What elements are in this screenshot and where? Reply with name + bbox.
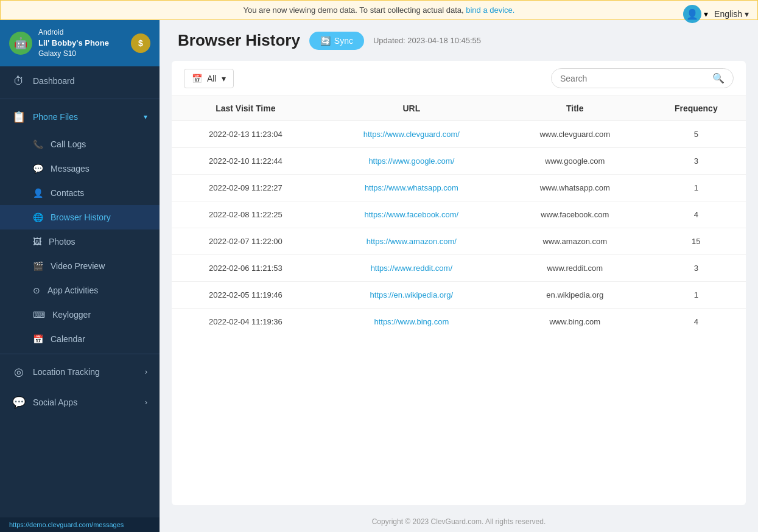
logo-coin: $ (131, 33, 150, 53)
browser-history-icon: 🌐 (33, 212, 43, 222)
location-tracking-arrow: › (145, 368, 147, 376)
sidebar-item-browser-history[interactable]: 🌐 Browser History (0, 205, 160, 229)
sidebar-sub-label: Photos (49, 237, 75, 247)
footer-text: Copyright © 2023 ClevGuard.com. All righ… (372, 517, 546, 526)
sidebar-item-location-tracking[interactable]: ◎ Location Tracking › (0, 357, 160, 387)
location-tracking-icon: ◎ (12, 365, 26, 379)
cell-frequency: 3 (647, 148, 746, 175)
search-input[interactable] (560, 74, 707, 83)
content-footer: Copyright © 2023 ClevGuard.com. All righ… (160, 511, 758, 532)
banner-text: You are now viewing demo data. To start … (244, 5, 464, 15)
sidebar-item-dashboard[interactable]: ⏱ Dashboard (0, 66, 160, 96)
col-header-url: URL (320, 96, 504, 121)
sync-label: Sync (334, 36, 353, 46)
sidebar-item-social-apps[interactable]: 💬 Social Apps › (0, 387, 160, 418)
search-box: 🔍 (551, 68, 734, 88)
cell-title: www.whatsapp.com (504, 175, 647, 201)
sidebar-item-phone-files[interactable]: 📋 Phone Files ▾ (0, 102, 160, 132)
sidebar-item-contacts[interactable]: 👤 Contacts (0, 181, 160, 205)
phone-files-icon: 📋 (12, 110, 26, 124)
table-row: 2022-02-13 11:23:04https://www.clevguard… (172, 121, 746, 148)
cell-title: www.reddit.com (504, 255, 647, 282)
cell-title: www.clevguard.com (504, 121, 647, 148)
content-header: Browser History 🔄 Sync Updated: 2023-04-… (160, 20, 758, 61)
cell-frequency: 1 (647, 175, 746, 201)
sidebar-sub-label: Video Preview (51, 261, 105, 271)
cell-time: 2022-02-04 11:19:36 (172, 309, 320, 335)
sidebar-item-call-logs[interactable]: 📞 Call Logs (0, 132, 160, 156)
cell-time: 2022-02-07 11:22:00 (172, 228, 320, 255)
sidebar-item-calendar[interactable]: 📅 Calendar (0, 327, 160, 351)
cell-frequency: 15 (647, 228, 746, 255)
cell-title: www.amazon.com (504, 228, 647, 255)
filter-dropdown[interactable]: 📅 All ▾ (184, 69, 234, 88)
cell-frequency: 3 (647, 255, 746, 282)
cell-url[interactable]: https://en.wikipedia.org/ (320, 282, 504, 309)
social-apps-icon: 💬 (12, 396, 26, 409)
sidebar-item-photos[interactable]: 🖼 Photos (0, 229, 160, 254)
bind-device-link[interactable]: bind a device. (466, 5, 514, 15)
keylogger-icon: ⌨ (33, 310, 45, 320)
sidebar-sub-label: Keylogger (52, 310, 91, 320)
sidebar-item-label: Dashboard (33, 76, 75, 86)
table-row: 2022-02-08 11:22:25https://www.facebook.… (172, 201, 746, 228)
demo-banner: You are now viewing demo data. To start … (0, 0, 758, 20)
cell-frequency: 4 (647, 309, 746, 335)
cell-frequency: 5 (647, 121, 746, 148)
dashboard-icon: ⏱ (12, 75, 26, 88)
table-body: 2022-02-13 11:23:04https://www.clevguard… (172, 121, 746, 335)
divider-2 (0, 354, 160, 354)
filter-calendar-icon: 📅 (192, 74, 202, 83)
divider-1 (0, 99, 160, 99)
sidebar-item-label: Location Tracking (33, 367, 100, 377)
logo-device-model: Galaxy S10 (38, 49, 109, 59)
photos-icon: 🖼 (33, 237, 41, 247)
sync-icon: 🔄 (320, 36, 331, 46)
sync-button[interactable]: 🔄 Sync (309, 32, 364, 50)
phone-files-arrow: ▾ (144, 113, 147, 121)
cell-url[interactable]: https://www.bing.com (320, 309, 504, 335)
filter-bar: 📅 All ▾ 🔍 (172, 61, 746, 96)
social-apps-arrow: › (145, 398, 147, 407)
cell-url[interactable]: https://www.amazon.com/ (320, 228, 504, 255)
call-logs-icon: 📞 (33, 139, 43, 149)
table-row: 2022-02-07 11:22:00https://www.amazon.co… (172, 228, 746, 255)
page-title: Browser History (178, 31, 300, 50)
logo-text: Android Lil' Bobby's Phone Galaxy S10 (38, 27, 109, 59)
logo-device-name: Lil' Bobby's Phone (38, 38, 109, 49)
cell-time: 2022-02-08 11:22:25 (172, 201, 320, 228)
cell-url[interactable]: https://www.whatsapp.com (320, 175, 504, 201)
cell-time: 2022-02-06 11:21:53 (172, 255, 320, 282)
user-chevron: ▾ (704, 9, 708, 19)
sidebar-item-video-preview[interactable]: 🎬 Video Preview (0, 254, 160, 278)
main-layout: 🤖 Android Lil' Bobby's Phone Galaxy S10 … (0, 20, 758, 532)
cell-frequency: 1 (647, 282, 746, 309)
col-header-title: Title (504, 96, 647, 121)
col-header-time: Last Visit Time (172, 96, 320, 121)
cell-title: www.facebook.com (504, 201, 647, 228)
sidebar-item-app-activities[interactable]: ⊙ App Activities (0, 278, 160, 303)
sidebar-item-label: Social Apps (33, 397, 77, 407)
cell-url[interactable]: https://www.google.com/ (320, 148, 504, 175)
cell-url[interactable]: https://www.reddit.com/ (320, 255, 504, 282)
user-menu[interactable]: 👤 ▾ (683, 5, 708, 23)
cell-time: 2022-02-13 11:23:04 (172, 121, 320, 148)
sidebar-sub-label: Call Logs (51, 139, 86, 149)
cell-frequency: 4 (647, 201, 746, 228)
video-preview-icon: 🎬 (33, 261, 43, 271)
updated-text: Updated: 2023-04-18 10:45:55 (373, 36, 481, 45)
language-selector[interactable]: English ▾ (714, 9, 749, 19)
filter-chevron-icon: ▾ (222, 74, 226, 83)
col-header-frequency: Frequency (647, 96, 746, 121)
sidebar-logo: 🤖 Android Lil' Bobby's Phone Galaxy S10 … (0, 20, 160, 66)
sidebar: 🤖 Android Lil' Bobby's Phone Galaxy S10 … (0, 20, 160, 532)
cell-url[interactable]: https://www.clevguard.com/ (320, 121, 504, 148)
contacts-icon: 👤 (33, 188, 43, 198)
sidebar-sub-label: App Activities (47, 285, 98, 295)
sidebar-item-keylogger[interactable]: ⌨ Keylogger (0, 303, 160, 327)
cell-url[interactable]: https://www.facebook.com/ (320, 201, 504, 228)
sidebar-item-messages[interactable]: 💬 Messages (0, 156, 160, 181)
table-scroll[interactable]: Last Visit Time URL Title Frequency 2022… (172, 96, 746, 505)
language-label: English (714, 9, 742, 19)
status-bar: https://demo.clevguard.com/messages (0, 517, 160, 532)
